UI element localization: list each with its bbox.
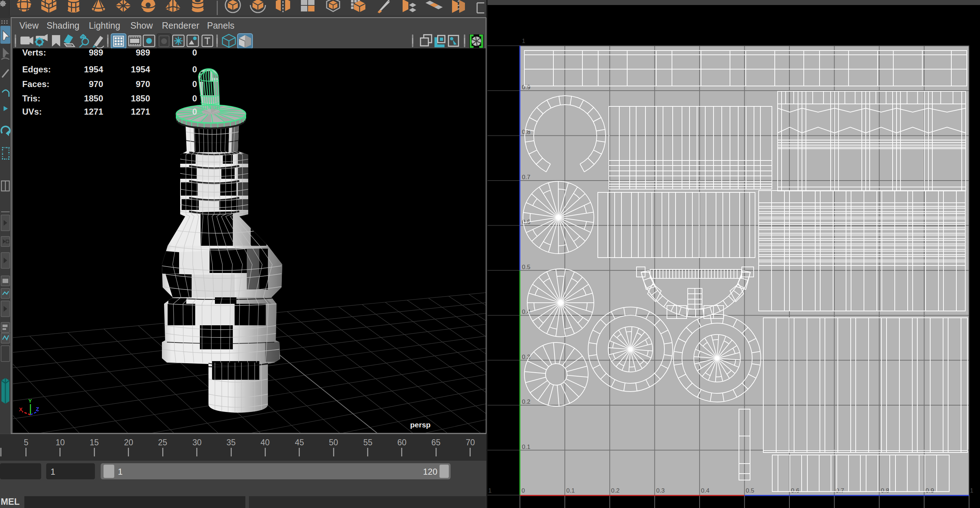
svg-text:0.2: 0.2 (611, 487, 620, 494)
svg-text:0.4: 0.4 (701, 487, 710, 494)
svg-text:0.2: 0.2 (522, 398, 530, 405)
svg-text:0.6: 0.6 (791, 487, 799, 494)
svg-text:0.9: 0.9 (926, 487, 934, 494)
svg-text:1: 1 (970, 487, 973, 494)
svg-text:0: 0 (522, 487, 525, 494)
svg-text:0.1: 0.1 (522, 444, 530, 450)
svg-text:0.5: 0.5 (746, 487, 754, 494)
svg-text:1: 1 (488, 487, 492, 494)
svg-text:0.8: 0.8 (881, 487, 889, 494)
svg-text:0.3: 0.3 (522, 354, 530, 360)
svg-text:0.3: 0.3 (656, 487, 665, 494)
svg-text:0.9: 0.9 (522, 84, 530, 91)
svg-text:0.1: 0.1 (566, 487, 575, 494)
svg-text:0.5: 0.5 (522, 264, 530, 271)
svg-text:0.7: 0.7 (522, 174, 530, 180)
svg-text:1: 1 (522, 38, 525, 45)
